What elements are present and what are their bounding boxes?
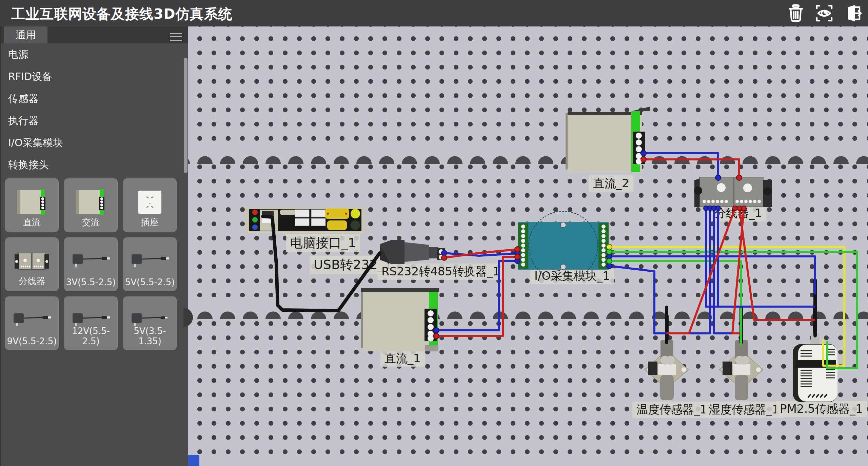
palette-tile-label: 5V(3.5-1.35) bbox=[123, 326, 176, 346]
sidebar-item-io-module[interactable]: I/O采集模块 bbox=[1, 132, 188, 154]
palette-tile-5v[interactable]: 5V(5.5-2.5) bbox=[123, 237, 177, 291]
wire-dc1-red[interactable] bbox=[436, 257, 517, 336]
socket-icon bbox=[136, 189, 163, 216]
palette-tile-label: 5V(5.5-2.5) bbox=[123, 277, 176, 287]
device-palette: 直流 交流 bbox=[5, 178, 184, 350]
power-adapter-icon bbox=[12, 310, 52, 330]
wire-splitter-blue-2[interactable] bbox=[668, 208, 710, 333]
sidebar-scrollbar[interactable] bbox=[184, 58, 188, 173]
menu-hamburger-icon[interactable] bbox=[170, 31, 182, 39]
workspace-canvas[interactable]: 直流_2 电脑接口_1 USB转232_1 RS232转485转换器_1 I/O… bbox=[188, 26, 868, 466]
palette-tile-label: 交流 bbox=[64, 216, 117, 228]
sidebar-item-rfid[interactable]: RFID设备 bbox=[1, 65, 188, 88]
palette-tile-label: 分线器 bbox=[5, 275, 58, 287]
sidebar-item-sensor[interactable]: 传感器 bbox=[1, 88, 188, 110]
splitter-icon bbox=[13, 251, 51, 271]
power-adapter-icon bbox=[130, 251, 170, 271]
sidebar: 通用 电源 RFID设备 传感器 执行器 I/O采集模块 转换接头 bbox=[0, 26, 188, 466]
device-pc-interface[interactable] bbox=[245, 207, 366, 233]
exit-icon[interactable] bbox=[842, 3, 863, 24]
device-rs232-485-converter[interactable] bbox=[380, 240, 445, 264]
trash-icon[interactable] bbox=[785, 3, 806, 24]
palette-tile-label: 直流 bbox=[5, 216, 58, 228]
app-title: 工业互联网设备及接线3D仿真系统 bbox=[11, 5, 233, 23]
palette-tile-splitter[interactable]: 分线器 bbox=[5, 237, 59, 291]
wire-dc2-blue[interactable] bbox=[644, 153, 718, 178]
device-dc-power-1[interactable] bbox=[361, 288, 439, 351]
palette-tile-3v[interactable]: 3V(5.5-2.5) bbox=[64, 237, 118, 291]
device-dc-power-2[interactable] bbox=[566, 106, 650, 172]
app-window: 工业互联网设备及接线3D仿真系统 bbox=[0, 0, 868, 466]
wire-io-blue2[interactable] bbox=[609, 266, 667, 333]
sidebar-menu: 电源 RFID设备 传感器 执行器 I/O采集模块 转换接头 bbox=[1, 43, 188, 176]
top-bar: 工业互联网设备及接线3D仿真系统 bbox=[0, 0, 868, 26]
palette-tile-label: 12V(5.5-2.5) bbox=[64, 326, 117, 346]
palette-tile-5v-small[interactable]: 5V(3.5-1.35) bbox=[123, 296, 177, 350]
view-focus-icon[interactable] bbox=[814, 3, 835, 24]
tab-general[interactable]: 通用 bbox=[4, 26, 47, 43]
top-bar-actions bbox=[785, 3, 863, 24]
palette-tile-9v[interactable]: 9V(5.5-2.5) bbox=[5, 296, 59, 350]
palette-tile-socket[interactable]: 插座 bbox=[123, 178, 177, 232]
sidebar-tab-bar: 通用 bbox=[1, 26, 188, 43]
device-io-module[interactable] bbox=[518, 211, 609, 280]
power-adapter-icon bbox=[71, 251, 111, 271]
palette-tile-12v[interactable]: 12V(5.5-2.5) bbox=[64, 296, 118, 350]
wire-dc2-red[interactable] bbox=[644, 159, 739, 178]
palette-tile-dc[interactable]: 直流 bbox=[5, 178, 59, 232]
palette-tile-label: 插座 bbox=[123, 216, 176, 228]
palette-tile-label: 3V(5.5-2.5) bbox=[64, 277, 117, 287]
sidebar-item-actuator[interactable]: 执行器 bbox=[1, 110, 188, 132]
palette-tile-label: 9V(5.5-2.5) bbox=[5, 336, 58, 346]
device-splitter[interactable] bbox=[694, 177, 772, 207]
sidebar-item-power[interactable]: 电源 bbox=[1, 43, 188, 65]
ac-module-icon bbox=[75, 189, 107, 216]
palette-tile-ac[interactable]: 交流 bbox=[64, 178, 118, 232]
sidebar-item-adapter[interactable]: 转换接头 bbox=[1, 154, 188, 176]
wire-dc1-blue[interactable] bbox=[436, 261, 517, 330]
dc-module-icon bbox=[16, 189, 48, 216]
wire-splitter-red-2[interactable] bbox=[739, 208, 815, 320]
wire-splitter-red-1[interactable] bbox=[667, 208, 735, 333]
